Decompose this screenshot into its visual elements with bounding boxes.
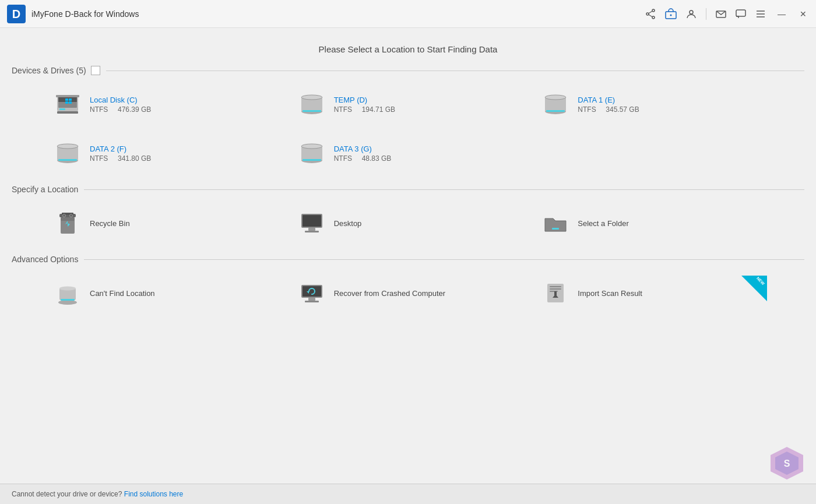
svg-text:S: S [784, 459, 790, 468]
svg-rect-46 [62, 213, 73, 215]
location-line [84, 189, 804, 190]
svg-rect-48 [61, 217, 75, 221]
title-bar-actions: — ✕ [645, 8, 809, 20]
devices-checkbox[interactable] [91, 66, 100, 75]
recover-crashed-item[interactable]: Recover from Crashed Computer [291, 273, 526, 313]
find-solutions-link[interactable]: Find solutions here [124, 490, 183, 498]
drive-name-f: DATA 2 (F) [90, 144, 151, 153]
drive-icon-c [54, 90, 82, 118]
minimize-button[interactable]: — [775, 8, 788, 20]
desktop-label: Desktop [334, 219, 362, 228]
svg-rect-24 [69, 101, 72, 104]
svg-rect-62 [308, 298, 315, 301]
cant-find-location-icon [54, 279, 82, 307]
main-content: Please Select a Location to Start Findin… [0, 28, 816, 484]
app-logo: D [7, 5, 26, 23]
import-scan-label: Import Scan Result [578, 289, 642, 298]
recover-crashed-info: Recover from Crashed Computer [334, 289, 445, 298]
drive-name-e: DATA 1 (E) [578, 96, 639, 104]
devices-line [106, 71, 804, 71]
svg-rect-34 [546, 110, 565, 112]
new-badge-wrapper: NEW [741, 276, 767, 301]
svg-point-4 [652, 16, 655, 19]
cant-find-location-item[interactable]: Can't Find Location [47, 273, 282, 313]
title-bar: D iMyFone D-Back for Windows — ✕ [0, 0, 816, 28]
menu-icon[interactable] [755, 9, 766, 19]
svg-point-8 [670, 14, 672, 16]
cant-find-location-info: Can't Find Location [90, 289, 155, 298]
drive-item-g[interactable]: DATA 3 (G) NTFS 48.83 GB [291, 133, 526, 173]
recycle-bin-info: Recycle Bin [90, 219, 130, 228]
location-header: Specify a Location [12, 185, 804, 194]
select-folder-info: Select a Folder [578, 219, 628, 228]
advanced-section: Advanced Options Can't Find Location [12, 255, 804, 313]
select-folder-item[interactable]: Select a Folder [534, 203, 769, 243]
advanced-title: Advanced Options [12, 255, 78, 264]
svg-rect-52 [303, 215, 321, 227]
devices-title: Devices & Drives (5) [12, 66, 100, 75]
bottom-bar: Cannot detect your drive or device? Find… [0, 484, 816, 504]
user-icon[interactable] [686, 9, 697, 19]
location-grid: Recycle Bin Desktop [12, 203, 804, 243]
drive-info-g: DATA 3 (G) NTFS 48.83 GB [334, 144, 392, 163]
svg-rect-68 [550, 286, 561, 287]
recycle-bin-label: Recycle Bin [90, 219, 130, 228]
svg-rect-61 [303, 286, 321, 297]
drive-item-c[interactable]: Local Disk (C) NTFS 476.39 GB [47, 84, 282, 124]
svg-rect-53 [308, 228, 315, 231]
desktop-item[interactable]: Desktop [291, 203, 526, 243]
devices-header: Devices & Drives (5) [12, 66, 804, 75]
drive-item-f[interactable]: DATA 2 (F) NTFS 341.80 GB [47, 133, 282, 173]
drive-item-e[interactable]: DATA 1 (E) NTFS 345.57 GB [534, 84, 769, 124]
desktop-info: Desktop [334, 219, 362, 228]
svg-rect-11 [736, 10, 745, 16]
cart-icon[interactable] [665, 8, 677, 20]
drive-item-d[interactable]: TEMP (D) NTFS 194.71 GB [291, 84, 526, 124]
import-scan-icon [541, 279, 569, 307]
svg-rect-19 [59, 108, 65, 110]
svg-point-2 [652, 9, 655, 12]
drive-info-f: DATA 2 (F) NTFS 341.80 GB [90, 144, 151, 163]
recover-crashed-label: Recover from Crashed Computer [334, 289, 445, 298]
svg-rect-21 [65, 98, 68, 101]
svg-text:D: D [12, 8, 20, 20]
bottom-text: Cannot detect your drive or device? [12, 490, 122, 498]
svg-rect-44 [303, 159, 321, 161]
location-title: Specify a Location [12, 185, 78, 194]
drive-info-e: DATA 1 (E) NTFS 345.57 GB [578, 96, 639, 114]
drive-icon-g [298, 139, 326, 167]
import-scan-item[interactable]: NEW Import Scan Result [534, 273, 769, 313]
svg-marker-65 [741, 276, 767, 301]
svg-rect-18 [56, 95, 79, 97]
svg-line-6 [649, 15, 652, 17]
devices-section: Devices & Drives (5) [12, 66, 804, 173]
drive-info-d: TEMP (D) NTFS 194.71 GB [334, 96, 395, 114]
svg-rect-63 [305, 301, 319, 302]
drive-meta-g: NTFS 48.83 GB [334, 154, 392, 163]
drive-icon-e [541, 90, 569, 118]
svg-point-58 [59, 287, 76, 291]
chat-icon[interactable] [736, 9, 746, 19]
svg-rect-59 [61, 299, 75, 301]
cant-find-location-label: Can't Find Location [90, 289, 155, 298]
drive-icon-d [298, 90, 326, 118]
desktop-icon [298, 209, 326, 237]
advanced-line [84, 259, 804, 260]
svg-rect-69 [550, 288, 561, 290]
close-button[interactable]: ✕ [797, 8, 809, 20]
recycle-bin-item[interactable]: Recycle Bin [47, 203, 282, 243]
svg-rect-39 [58, 159, 77, 161]
drive-meta-c: NTFS 476.39 GB [90, 105, 151, 114]
recycle-bin-icon [54, 209, 82, 237]
svg-line-5 [649, 11, 652, 13]
drives-grid: Local Disk (C) NTFS 476.39 GB T [12, 84, 804, 173]
share-icon[interactable] [645, 9, 656, 19]
svg-rect-54 [305, 231, 319, 232]
svg-point-56 [58, 300, 77, 305]
location-section: Specify a Location [12, 185, 804, 243]
mail-icon[interactable] [716, 9, 726, 19]
svg-rect-72 [554, 291, 557, 295]
import-scan-info: Import Scan Result [578, 289, 642, 298]
recover-crashed-icon [298, 279, 326, 307]
drive-info-c: Local Disk (C) NTFS 476.39 GB [90, 96, 151, 114]
